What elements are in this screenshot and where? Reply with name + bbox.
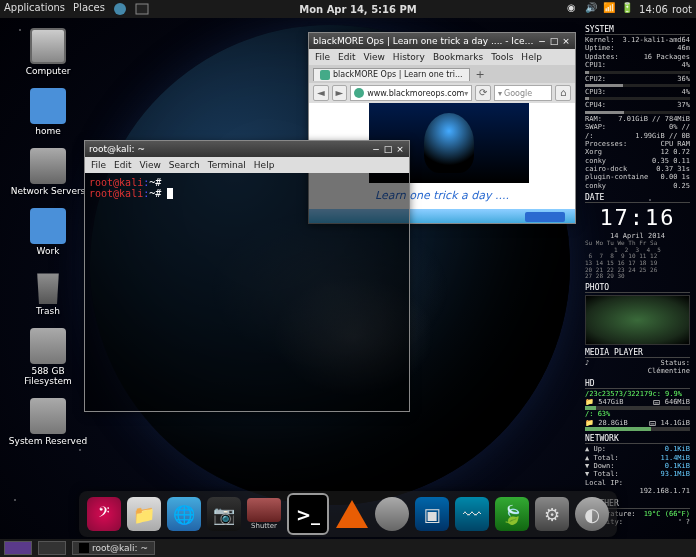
search-input[interactable]: ▾ Google [494, 85, 552, 101]
accessibility-icon[interactable]: ◉ [567, 2, 581, 16]
menu-help[interactable]: Help [254, 160, 275, 170]
icon-label: home [8, 126, 88, 136]
menu-search[interactable]: Search [169, 160, 200, 170]
terminal-line: root@kali:~# [89, 177, 405, 188]
menu-bookmarks[interactable]: Bookmarks [433, 52, 483, 62]
terminal-line: root@kali:~# [89, 188, 405, 199]
browser-navbar: ◄ ► www.blackmoreops.com ▾ ⟳ ▾ Google ⌂ [309, 83, 575, 103]
close-button[interactable]: × [395, 144, 405, 154]
dock-applications-icon[interactable]: ◐ [575, 497, 609, 531]
bottom-panel: root@kali: ~ [0, 539, 696, 557]
iceweasel-icon[interactable] [113, 2, 127, 16]
terminal-menubar: File Edit View Search Terminal Help [85, 157, 409, 173]
conky-clock: 17:16 [585, 205, 690, 230]
forward-button[interactable]: ► [332, 85, 348, 101]
desktop-icon-filesystem[interactable]: 588 GB Filesystem [8, 328, 88, 386]
browser-titlebar[interactable]: blackMORE Ops | Learn one trick a day ..… [309, 33, 575, 49]
battery-time: 14:06 [639, 4, 668, 15]
servers-icon [30, 148, 66, 184]
volume-icon[interactable]: 🔊 [585, 2, 599, 16]
dock-terminal-icon[interactable]: >_ [287, 493, 329, 535]
cairo-dock: 𝄢 📁 🌐 📷 Shutter >_ ▣ 〰 🍃 ⚙ ◐ [79, 491, 617, 537]
terminal-body[interactable]: root@kali:~# root@kali:~# [85, 173, 409, 411]
dock-leafpad-icon[interactable]: 🍃 [495, 497, 529, 531]
trash-icon [30, 268, 66, 304]
dock-debian-icon[interactable]: 𝄢 [87, 497, 121, 531]
menu-help[interactable]: Help [521, 52, 542, 62]
menu-tools[interactable]: Tools [491, 52, 513, 62]
desktop-icon-network-servers[interactable]: Network Servers [8, 148, 88, 196]
conky-date-title: DATE [585, 193, 690, 203]
browser-tab[interactable]: blackMORE Ops | Learn one tri... [313, 68, 470, 81]
svg-rect-1 [136, 4, 148, 14]
workspace-2[interactable] [38, 541, 66, 555]
terminal-titlebar[interactable]: root@kali: ~ − □ × [85, 141, 409, 157]
menu-terminal[interactable]: Terminal [208, 160, 246, 170]
menu-edit[interactable]: Edit [114, 160, 131, 170]
dock-shutter-icon[interactable]: Shutter [247, 498, 281, 530]
menu-edit[interactable]: Edit [338, 52, 355, 62]
menu-history[interactable]: History [393, 52, 425, 62]
dock-vlc-icon[interactable] [335, 497, 369, 531]
icon-label: 588 GB Filesystem [8, 366, 88, 386]
desktop-icons: Computer home Network Servers Work Trash… [8, 28, 88, 458]
network-icon[interactable]: 📶 [603, 2, 617, 16]
favicon-icon [320, 70, 330, 80]
menu-view[interactable]: View [140, 160, 161, 170]
close-button[interactable]: × [561, 36, 571, 46]
minimize-button[interactable]: − [371, 144, 381, 154]
desktop-icon-system-reserved[interactable]: System Reserved [8, 398, 88, 446]
terminal-icon [79, 543, 89, 553]
url-input[interactable]: www.blackmoreops.com ▾ [350, 85, 472, 101]
home-button[interactable]: ⌂ [555, 85, 571, 101]
desktop-icon-computer[interactable]: Computer [8, 28, 88, 76]
window-title: blackMORE Ops | Learn one trick a day ..… [313, 36, 535, 46]
menu-applications[interactable]: Applications [4, 2, 65, 16]
menu-file[interactable]: File [91, 160, 106, 170]
computer-icon [30, 28, 66, 64]
battery-icon[interactable]: 🔋 [621, 2, 635, 16]
conky-system-title: SYSTEM [585, 25, 690, 35]
disk-icon [30, 328, 66, 364]
url-text: www.blackmoreops.com [367, 89, 464, 98]
dock-label: Shutter [251, 522, 277, 530]
browser-tabbar: blackMORE Ops | Learn one tri... + [309, 65, 575, 83]
taskbar-terminal[interactable]: root@kali: ~ [72, 541, 155, 556]
minimize-button[interactable]: − [537, 36, 547, 46]
conky-photo-title: PHOTO [585, 283, 690, 293]
terminal-icon[interactable] [135, 2, 149, 16]
conky-photo [585, 295, 690, 345]
icon-label: Computer [8, 66, 88, 76]
google-icon: ▾ [498, 89, 502, 98]
menu-places[interactable]: Places [73, 2, 105, 16]
folder-icon [30, 88, 66, 124]
dock-browser-icon[interactable]: 🌐 [167, 497, 201, 531]
search-placeholder: Google [504, 89, 532, 98]
desktop-icon-work[interactable]: Work [8, 208, 88, 256]
disk-icon [30, 398, 66, 434]
task-label: root@kali: ~ [92, 543, 148, 553]
dock-wireshark-icon[interactable]: 〰 [455, 497, 489, 531]
conky-calendar: Su Mo Tu We Th Fr Sa 1 2 3 4 5 6 7 8 9 1… [585, 240, 690, 280]
desktop-icon-trash[interactable]: Trash [8, 268, 88, 316]
maximize-button[interactable]: □ [549, 36, 559, 46]
menu-file[interactable]: File [315, 52, 330, 62]
music-note-icon: ♪ [585, 359, 589, 367]
conky-network-title: NETWORK [585, 434, 690, 444]
folder-icon [30, 208, 66, 244]
dock-files-icon[interactable]: 📁 [127, 497, 161, 531]
panel-clock[interactable]: Mon Apr 14, 5:16 PM [149, 4, 567, 15]
dock-settings-icon[interactable]: ⚙ [535, 497, 569, 531]
workspace-1[interactable] [4, 541, 32, 555]
desktop-icon-home[interactable]: home [8, 88, 88, 136]
menu-view[interactable]: View [364, 52, 385, 62]
dock-disk-icon[interactable] [375, 497, 409, 531]
dock-virtualbox-icon[interactable]: ▣ [415, 497, 449, 531]
back-button[interactable]: ◄ [313, 85, 329, 101]
maximize-button[interactable]: □ [383, 144, 393, 154]
reload-button[interactable]: ⟳ [475, 85, 491, 101]
dock-screenshot-icon[interactable]: 📷 [207, 497, 241, 531]
user-menu[interactable]: root [672, 4, 692, 15]
new-tab-button[interactable]: + [472, 68, 489, 81]
terminal-window[interactable]: root@kali: ~ − □ × File Edit View Search… [84, 140, 410, 412]
